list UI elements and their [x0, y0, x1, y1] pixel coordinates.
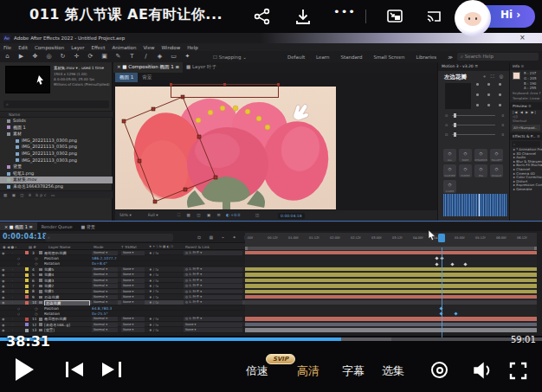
duration-bar[interactable] [245, 328, 537, 331]
anchor-dot[interactable] [476, 104, 479, 106]
duration-bar[interactable] [245, 284, 537, 287]
mode-select[interactable]: Normal ▾ [92, 267, 118, 272]
visibility-icon[interactable]: ◉ [2, 251, 5, 255]
layer-name[interactable]: 花瓣5 [44, 267, 90, 272]
keyframe-nav-icon[interactable]: ◇ [17, 261, 20, 266]
layer-switches[interactable]: ♦ ∕ fx [149, 295, 158, 299]
duration-bar[interactable] [245, 267, 537, 271]
more-icon[interactable]: ••• [333, 5, 351, 22]
mode-select[interactable]: Normal ▾ [92, 284, 118, 288]
shortcut-select[interactable]: Alt+Numpad.. [512, 125, 540, 131]
keyframe-diamond[interactable] [435, 257, 438, 260]
project-item[interactable]: Solids [0, 118, 113, 125]
trkmat-select[interactable]: None ▾ [121, 279, 145, 283]
lock-icon[interactable]: · [12, 267, 13, 272]
timeline-option-icons[interactable]: ⛭ ▦ ⌁ ✦ ◫ [197, 235, 252, 241]
home-icon[interactable]: ⌂ [3, 53, 11, 60]
parent-link-select[interactable]: ◎ 1. 叶子 ▾ [184, 317, 242, 321]
duration-bar[interactable] [245, 295, 537, 299]
hi-label[interactable]: Hi › [500, 9, 520, 21]
property-value[interactable]: 586.2,1077.7 [92, 256, 117, 260]
trkmat-select[interactable]: None ▾ [121, 295, 145, 299]
trkmat-select[interactable]: None ▾ [121, 273, 145, 277]
row-track[interactable] [245, 327, 537, 332]
project-item[interactable]: 铅笔1.png [0, 170, 113, 177]
selection-tool-icon[interactable]: ▶ [17, 53, 25, 60]
duration-bar[interactable] [245, 290, 537, 293]
motion-slider[interactable]: ⊙0 [445, 112, 504, 119]
mode-select[interactable]: Normal ▾ [92, 251, 118, 255]
motion-button-all[interactable]: ◇ALL [443, 149, 456, 162]
window-close-icon[interactable]: × [519, 34, 526, 42]
col-parent-link[interactable]: Parent & Link [185, 245, 210, 249]
tab-composition[interactable]: × ■ Composition 椭圆 1 ≡ [113, 62, 183, 73]
visibility-icon[interactable]: ◉ [2, 300, 5, 305]
progress-bar[interactable] [0, 337, 542, 341]
clone-stamp-tool-icon[interactable]: ◈ [156, 53, 164, 60]
keyframe-nav-icon[interactable]: ◇ [17, 256, 20, 260]
timeline-search-input[interactable]: ⌕ [45, 234, 173, 241]
parent-link-select[interactable]: ◎ 1. 叶子 ▾ [184, 295, 242, 299]
project-search-input[interactable]: ⌕ [3, 100, 109, 108]
anchor-dot[interactable] [499, 104, 501, 106]
duration-bar[interactable] [245, 273, 537, 276]
visibility-icon[interactable]: ◉ [2, 279, 5, 283]
stopwatch-icon[interactable]: ◷ [35, 261, 38, 266]
col-layer-name[interactable]: Layer Name [48, 245, 70, 249]
pip-icon[interactable] [386, 8, 403, 25]
workspace-≫[interactable]: ≫ [448, 55, 453, 60]
fullscreen-icon[interactable] [509, 362, 527, 383]
zoom-tool-icon[interactable]: ◎ [45, 53, 53, 60]
audio-waveform[interactable] [443, 194, 507, 216]
menu-effect[interactable]: Effect [92, 45, 106, 50]
workspace-libraries[interactable]: Libraries [416, 55, 436, 60]
motion-slider[interactable]: ⊡0 [445, 132, 504, 138]
project-item[interactable]: 素材集.mov [0, 177, 113, 183]
parent-link-select[interactable]: ◎ 1. 叶子 ▾ [184, 300, 242, 305]
trkmat-select[interactable]: None ▾ [121, 267, 145, 272]
menu-composition[interactable]: Composition [35, 45, 64, 50]
parent-link-select[interactable]: ◎ 1. 叶子 ▾ [184, 290, 242, 294]
share-icon[interactable] [254, 8, 271, 25]
download-icon[interactable] [294, 8, 312, 25]
project-item[interactable]: IMG_20221113_0303.png [0, 157, 113, 164]
lock-icon[interactable]: · [12, 317, 13, 321]
mode-select[interactable]: Normal ▾ [92, 300, 118, 305]
layer-name[interactable]: 最后面的花瓣 [44, 317, 90, 321]
label-swatch[interactable] [25, 329, 29, 332]
slider-thumb[interactable] [454, 123, 456, 127]
layer-name[interactable]: 花瓣4 [44, 273, 90, 277]
motion-slider[interactable]: ⊙0 [445, 122, 504, 128]
motion-title-buttons[interactable]: ⌖ ⛶ ◎ [483, 74, 505, 80]
anchor-dot[interactable] [487, 93, 490, 96]
subtitles-button[interactable]: 字幕 [342, 363, 365, 379]
pen-tool-icon[interactable]: ✎ [114, 53, 122, 60]
motion-panel-tab[interactable]: Motion 3 - v3.20 ≡ [438, 62, 510, 71]
lock-icon[interactable]: · [12, 289, 13, 293]
volume-icon[interactable] [472, 361, 493, 383]
layer-name[interactable]: [未命名166..g] [44, 323, 90, 327]
mode-select[interactable]: Normal ▾ [92, 279, 118, 283]
pan-camera-tool-icon[interactable]: ✛ [73, 53, 81, 60]
workspace-default[interactable]: Default [287, 55, 305, 60]
anchor-point-grid[interactable] [476, 83, 504, 109]
workspace-small-screen[interactable]: Small Screen [374, 55, 405, 60]
motion-button-wiggle[interactable]: ◇WIGGLE [490, 164, 503, 177]
cast-icon[interactable] [425, 8, 442, 25]
col-trkmat[interactable]: T TrkMat [121, 245, 137, 249]
parent-link-select[interactable]: None ▾ [184, 323, 242, 327]
col-mode[interactable]: Mode [94, 245, 103, 249]
rotation-tool-icon[interactable]: ⟳ [87, 53, 94, 60]
effects-search-input[interactable]: ⌕ [512, 141, 540, 147]
orbit-tool-icon[interactable]: ↻ [59, 53, 67, 60]
layer-switches[interactable]: ♦ ∕ fx [149, 284, 158, 288]
visibility-icon[interactable]: ◉ [2, 328, 5, 332]
effects-category[interactable]: ▸ Generate [510, 188, 542, 192]
anchor-dot[interactable] [476, 83, 479, 86]
layer-switches[interactable]: ♦ ∕ fx [149, 317, 158, 321]
workspace-learn[interactable]: Learn [316, 55, 329, 60]
trkmat-select[interactable]: None ▾ [121, 300, 145, 305]
lock-icon[interactable]: · [12, 295, 13, 299]
tab-layer[interactable]: ■ Layer 叶子 [183, 62, 220, 73]
property-value[interactable]: 64.8,780.3 [92, 306, 112, 311]
